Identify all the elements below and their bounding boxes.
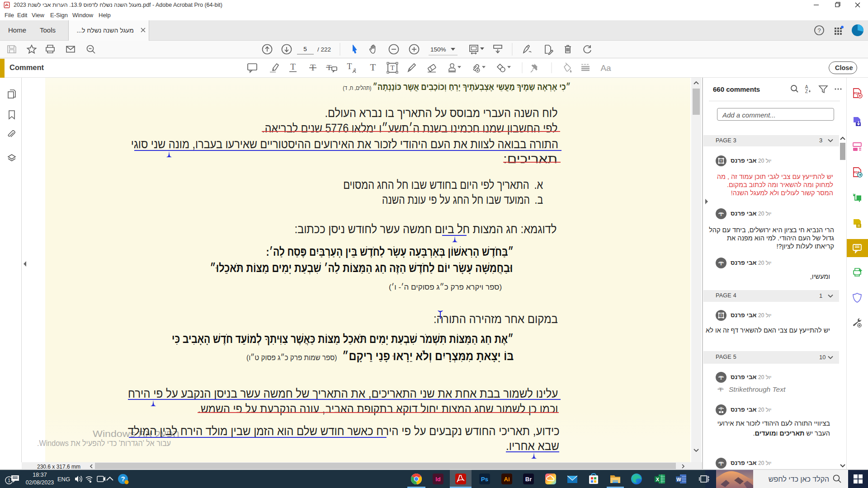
svg-text:Id: Id <box>435 476 441 483</box>
svg-text:X: X <box>656 477 660 482</box>
svg-text:18:37: 18:37 <box>33 472 47 478</box>
svg-text:Ai: Ai <box>504 476 510 483</box>
svg-text:Br: Br <box>525 476 532 483</box>
svg-text:Ps: Ps <box>481 476 488 483</box>
svg-text:1: 1 <box>8 478 10 483</box>
svg-text:ENG: ENG <box>57 476 70 483</box>
svg-text:?: ? <box>121 475 125 483</box>
svg-text:02/08/2023: 02/08/2023 <box>26 479 54 486</box>
svg-text:הקלד כאן כדי לחפש: הקלד כאן כדי לחפש <box>769 475 829 483</box>
svg-text:W: W <box>676 477 681 482</box>
